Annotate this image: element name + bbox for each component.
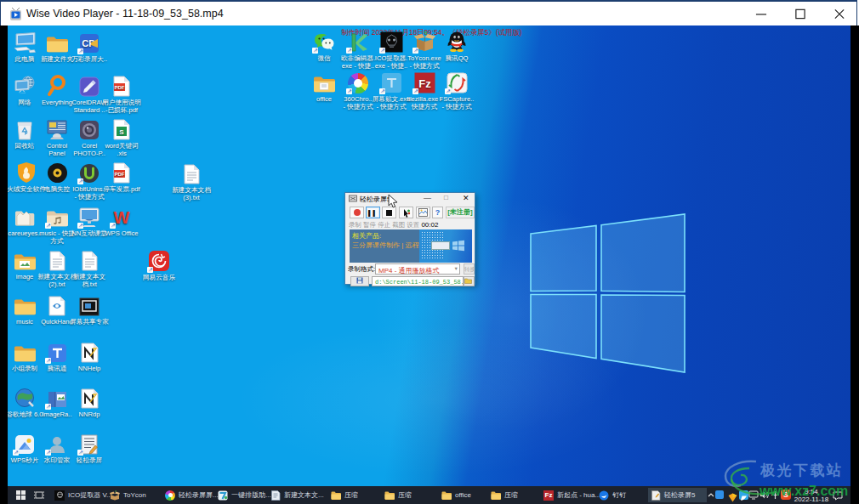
svg-text:PDF: PDF — [115, 172, 125, 177]
svg-text:Fz: Fz — [418, 77, 431, 90]
svg-text:S: S — [119, 128, 124, 136]
svg-text:W: W — [114, 208, 130, 227]
svg-text:PDF: PDF — [115, 85, 125, 90]
